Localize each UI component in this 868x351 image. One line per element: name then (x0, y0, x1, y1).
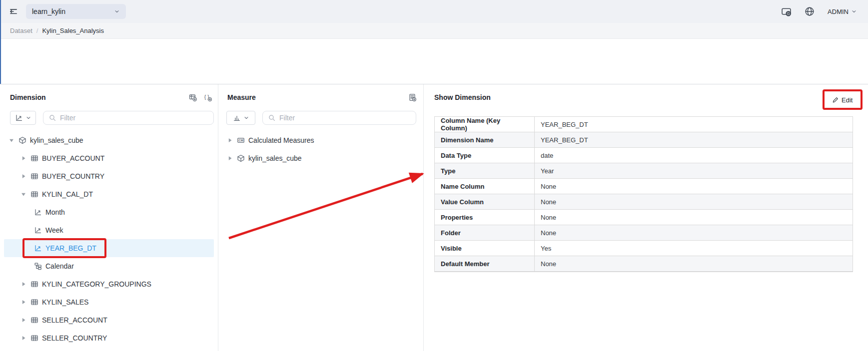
level-icon (34, 226, 42, 234)
chevron-down-icon (851, 8, 857, 14)
chevron-down-icon (25, 115, 31, 121)
add-named-set-braces-icon[interactable]: { } (204, 93, 212, 101)
tree-item-buyer-account[interactable]: BUYER_ACCOUNT (4, 149, 214, 167)
tree-item-calendar[interactable]: Calendar (4, 257, 214, 275)
table-row-label: Name Column (435, 179, 535, 194)
breadcrumb-separator: / (36, 27, 38, 34)
caret-down-icon[interactable] (8, 137, 15, 144)
tree-item-label: kylin_sales_cube (248, 154, 302, 162)
table-row-data-type: Data Typedate (435, 148, 853, 163)
table-row-label: Folder (435, 225, 535, 240)
table-row-value: None (535, 179, 853, 194)
dimension-type-filter-dropdown[interactable] (10, 111, 36, 125)
tree-item-label: kylin_sales_cube (30, 136, 83, 144)
system-settings-icon[interactable] (781, 6, 792, 17)
dimension-filter-input[interactable] (60, 114, 208, 122)
collapse-sidebar-icon[interactable] (9, 7, 18, 16)
tree-item-year-beg-dt[interactable]: YEAR_BEG_DT (4, 239, 214, 257)
dimension-panel-title: Dimension (10, 93, 46, 101)
tree-item-seller-country[interactable]: SELLER_COUNTRY (4, 329, 214, 347)
svg-text:CM: CM (238, 139, 243, 142)
measure-tree: CMCalculated Measureskylin_sales_cube (222, 131, 419, 167)
level-icon (34, 208, 42, 216)
show-dimension-title: Show Dimension (434, 93, 491, 101)
table-icon (30, 154, 38, 162)
search-icon (48, 114, 56, 122)
table-row-column-name-key-column: Column Name (Key Column)YEAR_BEG_DT (435, 117, 853, 132)
caret-right-icon[interactable] (20, 335, 27, 342)
main-content: Dimension { } kylin_sales_cubeBUYER_ACCO… (0, 84, 868, 351)
tree-item-label: Week (45, 226, 63, 234)
dimension-filter-box (43, 111, 214, 125)
dimension-panel: Dimension { } kylin_sales_cubeBUYER_ACCO… (0, 84, 218, 351)
table-icon (30, 172, 38, 180)
tree-item-seller-account[interactable]: SELLER_ACCOUNT (4, 311, 214, 329)
user-menu-label: ADMIN (828, 8, 849, 15)
measure-panel-title: Measure (227, 93, 256, 101)
caret-right-icon[interactable] (20, 155, 27, 162)
table-row-label: Dimension Name (435, 132, 535, 147)
add-dimension-table-icon[interactable] (189, 93, 197, 101)
dimension-properties-table: Column Name (Key Column)YEAR_BEG_DTDimen… (434, 116, 853, 272)
tree-item-kylin-sales-cube[interactable]: kylin_sales_cube (4, 131, 214, 149)
topbar-actions: ADMIN (781, 6, 857, 17)
table-row-value: None (535, 210, 853, 225)
table-row-type: TypeYear (435, 163, 853, 179)
project-selector[interactable]: learn_kylin (26, 4, 126, 19)
caret-right-icon[interactable] (20, 173, 27, 180)
table-row-label: Visible (435, 241, 535, 256)
cube-icon (237, 154, 245, 162)
tree-item-buyer-country[interactable]: BUYER_COUNTRY (4, 167, 214, 185)
user-menu[interactable]: ADMIN (828, 8, 857, 15)
table-icon (30, 316, 38, 324)
table-row-name-column: Name ColumnNone (435, 179, 853, 194)
table-row-properties: PropertiesNone (435, 210, 853, 225)
table-row-value: date (535, 148, 853, 163)
tree-item-kylin-cal-dt[interactable]: KYLIN_CAL_DT (4, 185, 214, 203)
table-row-value: None (535, 225, 853, 240)
tree-item-month[interactable]: Month (4, 203, 214, 221)
tree-item-label: KYLIN_CAL_DT (42, 190, 93, 198)
tree-item-label: SELLER_COUNTRY (42, 334, 107, 342)
table-row-label: Column Name (Key Column) (435, 117, 535, 132)
table-row-label: Value Column (435, 194, 535, 209)
table-row-label: Data Type (435, 148, 535, 163)
add-measure-calculator-icon[interactable] (408, 93, 416, 101)
caret-right-icon[interactable] (226, 137, 233, 144)
dimension-tree: kylin_sales_cubeBUYER_ACCOUNTBUYER_COUNT… (4, 131, 214, 347)
tree-item-label: BUYER_ACCOUNT (42, 154, 104, 162)
tree-item-label: Calendar (45, 262, 74, 270)
table-row-value: None (535, 194, 853, 209)
table-row-value: Yes (535, 241, 853, 256)
table-row-value: None (535, 256, 853, 271)
tree-item-label: KYLIN_CATEGORY_GROUPINGS (42, 280, 151, 288)
tree-item-kylin-sales[interactable]: KYLIN_SALES (4, 293, 214, 311)
caret-right-icon[interactable] (20, 281, 27, 288)
tree-item-week[interactable]: Week (4, 221, 214, 239)
caret-right-icon[interactable] (226, 155, 233, 162)
caret-right-icon[interactable] (20, 317, 27, 324)
table-row-label: Properties (435, 210, 535, 225)
edit-button[interactable]: Edit (832, 94, 853, 106)
table-icon (30, 334, 38, 342)
tree-item-calculated-measures[interactable]: CMCalculated Measures (222, 131, 419, 149)
wizard-stepper: 1Basic Information2Define Relationships3… (0, 39, 868, 84)
table-row-value-column: Value ColumnNone (435, 194, 853, 210)
breadcrumb-dataset[interactable]: Dataset (10, 27, 32, 34)
tree-item-label: Month (45, 208, 65, 216)
tree-item-label: YEAR_BEG_DT (45, 244, 96, 252)
breadcrumb-current: Kylin_Sales_Analysis (42, 27, 104, 34)
table-row-visible: VisibleYes (435, 241, 853, 256)
level-icon (34, 244, 42, 252)
table-row-value: Year (535, 163, 853, 178)
measure-filter-box (262, 111, 416, 125)
tree-item-kylin-sales-cube[interactable]: kylin_sales_cube (222, 149, 419, 167)
caret-right-icon[interactable] (20, 299, 27, 306)
measure-filter-input[interactable] (279, 114, 411, 122)
caret-down-icon[interactable] (20, 191, 27, 198)
table-row-dimension-name: Dimension NameYEAR_BEG_DT (435, 132, 853, 148)
tree-item-kylin-category-groupings[interactable]: KYLIN_CATEGORY_GROUPINGS (4, 275, 214, 293)
globe-icon[interactable] (805, 6, 815, 16)
table-row-label: Type (435, 163, 535, 178)
measure-type-filter-dropdown[interactable] (226, 111, 255, 125)
